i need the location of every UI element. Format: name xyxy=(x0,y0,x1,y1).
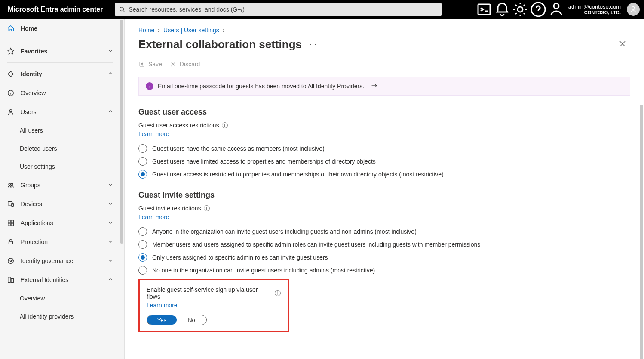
nav-applications-label: Applications xyxy=(21,220,53,226)
nav-external-overview[interactable]: Overview xyxy=(0,289,120,307)
chevron-right-icon: › xyxy=(158,27,160,34)
guest-invite-option-0[interactable]: Anyone in the organization can invite gu… xyxy=(138,227,630,236)
info-icon[interactable]: i xyxy=(204,205,210,211)
lock-icon xyxy=(7,238,15,246)
toggle-no[interactable]: No xyxy=(177,315,206,325)
learn-more-link[interactable]: Learn more xyxy=(138,130,630,137)
learn-more-link[interactable]: Learn more xyxy=(138,214,630,220)
discard-button[interactable]: Discard xyxy=(170,61,200,68)
radio-label: No one in the organization can invite gu… xyxy=(152,267,375,274)
radio-icon[interactable] xyxy=(138,227,147,236)
svg-rect-15 xyxy=(8,223,10,226)
svg-point-5 xyxy=(554,3,559,9)
nav-external-identities[interactable]: External Identities xyxy=(0,270,120,289)
nav-identity-governance[interactable]: Identity governance xyxy=(0,251,120,270)
nav-devices[interactable]: Devices xyxy=(0,195,120,214)
help-icon[interactable] xyxy=(530,0,547,19)
divider xyxy=(7,40,113,40)
info-icon[interactable]: i xyxy=(222,122,228,128)
guest-access-option-1[interactable]: Guest users have limited access to prope… xyxy=(138,157,630,166)
radio-icon[interactable] xyxy=(138,144,147,153)
nav-external-identities-label: External Identities xyxy=(21,276,68,283)
nav-users[interactable]: Users xyxy=(0,102,120,121)
apps-icon xyxy=(7,219,15,227)
nav-all-users[interactable]: All users xyxy=(0,121,120,139)
banner-text: Email one-time passcode for guests has b… xyxy=(158,83,364,90)
svg-rect-20 xyxy=(8,277,10,283)
nav-groups[interactable]: Groups xyxy=(0,176,120,195)
groups-icon xyxy=(7,181,15,189)
nav-devices-label: Devices xyxy=(21,201,42,207)
svg-rect-24 xyxy=(140,62,144,66)
svg-point-6 xyxy=(632,7,635,9)
crumb-home[interactable]: Home xyxy=(138,27,154,34)
guest-access-label: Guest user access restrictions i xyxy=(138,122,630,129)
svg-point-18 xyxy=(8,258,14,264)
close-icon[interactable] xyxy=(619,40,630,49)
search-wrap: Search resources, services, and docs (G+… xyxy=(115,3,442,16)
guest-invite-option-2[interactable]: Only users assigned to specific admin ro… xyxy=(138,253,630,262)
learn-more-link[interactable]: Learn more xyxy=(147,302,281,309)
guest-access-radio-group: Guest users have the same access as memb… xyxy=(138,144,630,179)
chevron-down-icon xyxy=(108,238,113,245)
info-banner: Email one-time passcode for guests has b… xyxy=(138,77,630,96)
chevron-up-icon xyxy=(108,71,113,77)
radio-label: Anyone in the organization can invite gu… xyxy=(152,228,417,235)
toggle-yes[interactable]: Yes xyxy=(147,315,177,325)
more-dots-icon[interactable]: ⋯ xyxy=(310,40,316,49)
radio-label: Guest user access is restricted to prope… xyxy=(152,171,444,178)
notifications-icon[interactable] xyxy=(494,0,511,19)
guest-invite-label: Guest invite restrictions i xyxy=(138,205,630,212)
self-service-toggle[interactable]: Yes No xyxy=(147,315,207,325)
radio-icon[interactable] xyxy=(138,157,147,166)
main-content: Home › Users | User settings › External … xyxy=(125,19,644,359)
info-icon[interactable]: i xyxy=(275,290,281,296)
settings-gear-icon[interactable] xyxy=(512,0,529,19)
radio-icon[interactable] xyxy=(138,170,147,179)
nav-protection[interactable]: Protection xyxy=(0,232,120,251)
scrollbar[interactable] xyxy=(640,105,643,359)
external-icon xyxy=(7,276,15,284)
nav-favorites[interactable]: Favorites xyxy=(0,42,120,61)
crumb-users[interactable]: Users | User settings xyxy=(163,27,219,34)
chevron-up-icon xyxy=(108,108,113,115)
guest-access-heading: Guest user access xyxy=(138,108,630,117)
save-button[interactable]: Save xyxy=(138,61,162,68)
nav-favorites-label: Favorites xyxy=(21,48,47,55)
account-block[interactable]: admin@contoso.com CONTOSO, LTD. xyxy=(566,4,623,15)
radio-icon[interactable] xyxy=(138,240,147,249)
radio-label: Guest users have limited access to prope… xyxy=(152,158,376,165)
nav-user-settings[interactable]: User settings xyxy=(0,158,120,176)
nav-all-identity-providers[interactable]: All identity providers xyxy=(0,307,120,325)
nav-overview-label: Overview xyxy=(21,90,46,96)
account-org: CONTOSO, LTD. xyxy=(584,10,621,15)
chevron-down-icon xyxy=(108,48,113,55)
identity-icon xyxy=(7,70,15,78)
self-service-label: Enable guest self-service sign up via us… xyxy=(147,286,281,300)
chevron-down-icon xyxy=(108,257,113,264)
radio-icon[interactable] xyxy=(138,253,147,262)
save-icon xyxy=(138,61,145,68)
guest-invite-option-1[interactable]: Member users and users assigned to speci… xyxy=(138,240,630,249)
nav-applications[interactable]: Applications xyxy=(0,214,120,232)
nav-identity[interactable]: Identity xyxy=(0,65,120,84)
guest-invite-option-3[interactable]: No one in the organization can invite gu… xyxy=(138,266,630,275)
guest-invite-radio-group: Anyone in the organization can invite gu… xyxy=(138,227,630,275)
self-service-highlight: Enable guest self-service sign up via us… xyxy=(138,279,289,332)
search-input[interactable]: Search resources, services, and docs (G+… xyxy=(115,3,442,16)
radio-label: Member users and users assigned to speci… xyxy=(152,241,480,248)
nav-home[interactable]: Home xyxy=(0,19,120,38)
scrollbar[interactable] xyxy=(120,20,123,244)
arrow-right-icon[interactable] xyxy=(371,83,378,90)
avatar[interactable] xyxy=(627,3,640,16)
guest-access-option-2[interactable]: Guest user access is restricted to prope… xyxy=(138,170,630,179)
radio-icon[interactable] xyxy=(138,266,147,275)
nav-overview[interactable]: Overview xyxy=(0,84,120,102)
feedback-icon[interactable] xyxy=(548,0,565,19)
radio-label: Only users assigned to specific admin ro… xyxy=(152,254,328,261)
compass-icon xyxy=(146,82,153,90)
guest-access-option-0[interactable]: Guest users have the same access as memb… xyxy=(138,144,630,153)
svg-point-9 xyxy=(9,183,11,186)
nav-deleted-users[interactable]: Deleted users xyxy=(0,139,120,158)
cloud-shell-icon[interactable] xyxy=(475,0,493,19)
